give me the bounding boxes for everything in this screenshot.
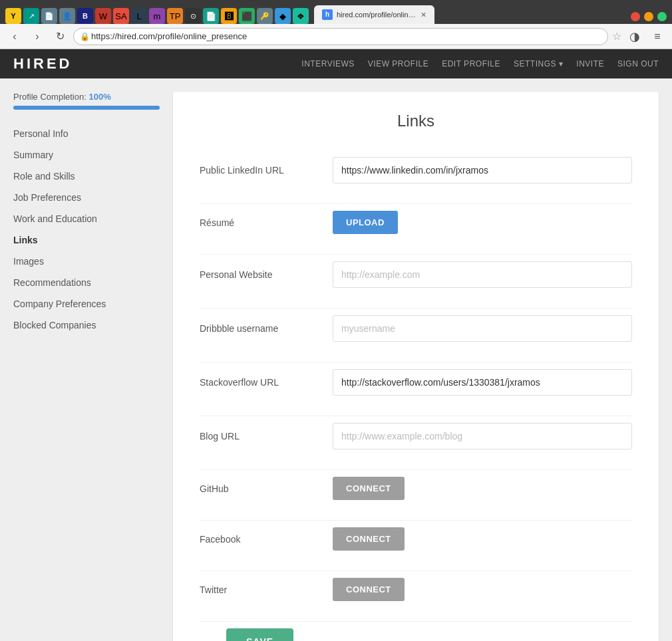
window-minimize[interactable]	[644, 12, 653, 21]
github-connect-button[interactable]: CONNECT	[333, 477, 405, 500]
ext-icon-16[interactable]: ◆	[275, 8, 291, 24]
menu-button[interactable]: ≡	[648, 27, 667, 46]
sidebar-item-work-education[interactable]: Work and Education	[13, 208, 160, 229]
facebook-label: Facebook	[200, 534, 333, 545]
upload-button[interactable]: UPLOAD	[333, 211, 398, 234]
nav-view-profile[interactable]: VIEW PROFILE	[368, 59, 428, 68]
nav-settings[interactable]: SETTINGS ▾	[514, 59, 563, 68]
bookmark-button[interactable]: ☆	[612, 30, 621, 43]
main-content: Links Public LinkedIn URL Résumé UPLOAD …	[173, 92, 659, 641]
resume-row: Résumé UPLOAD	[200, 204, 632, 241]
active-tab[interactable]: h hired.com/profile/online_presence ✕	[314, 5, 434, 24]
ext-icon-13[interactable]: 🅱	[221, 8, 237, 24]
dribbble-label: Dribbble username	[200, 323, 333, 334]
sidebar-nav: Personal Info Summary Role and Skills Jo…	[13, 123, 160, 336]
forward-button[interactable]: ›	[28, 27, 47, 46]
twitter-row: Twitter CONNECT	[200, 571, 632, 608]
ext-icon-11[interactable]: ⊙	[185, 8, 201, 24]
completion-pct: 100%	[88, 92, 110, 102]
ext-icon-2[interactable]: ↗	[23, 8, 39, 24]
nav-interviews[interactable]: INTERVIEWS	[301, 59, 354, 68]
stackoverflow-label: Stackoverflow URL	[200, 377, 333, 388]
linkedin-label: Public LinkedIn URL	[200, 165, 333, 176]
sidebar-item-role-skills[interactable]: Role and Skills	[13, 166, 160, 187]
address-input[interactable]	[73, 28, 608, 45]
ext-icon-3[interactable]: 📄	[41, 8, 57, 24]
facebook-connect-button[interactable]: CONNECT	[333, 527, 405, 551]
ext-icon-12[interactable]: 📄	[203, 8, 219, 24]
ext-icon-4[interactable]: 👤	[59, 8, 75, 24]
nav-logo: HIRED	[13, 55, 72, 72]
nav-links: INTERVIEWS VIEW PROFILE EDIT PROFILE SET…	[301, 59, 659, 68]
github-label: GitHub	[200, 483, 333, 494]
ext-icon-9[interactable]: m	[149, 8, 165, 24]
refresh-button[interactable]: ↻	[51, 27, 69, 46]
sidebar-item-job-preferences[interactable]: Job Preferences	[13, 187, 160, 208]
lock-icon: 🔒	[80, 32, 90, 41]
address-bar-wrap: 🔒	[73, 28, 608, 45]
tab-close-button[interactable]: ✕	[420, 11, 426, 19]
personal-website-row: Personal Website	[200, 255, 632, 295]
github-row: GitHub CONNECT	[200, 470, 632, 507]
page-title: Links	[200, 112, 632, 130]
app-container: HIRED INTERVIEWS VIEW PROFILE EDIT PROFI…	[0, 49, 672, 641]
tab-label: hired.com/profile/online_presence	[337, 11, 417, 19]
ext-icon-5[interactable]: B	[77, 8, 93, 24]
blog-input[interactable]	[333, 423, 632, 449]
resume-label: Résumé	[200, 217, 333, 228]
sidebar-item-personal-info[interactable]: Personal Info	[13, 123, 160, 144]
personal-website-label: Personal Website	[200, 269, 333, 280]
twitter-connect-button[interactable]: CONNECT	[333, 578, 405, 601]
sidebar-item-recommendations[interactable]: Recommendations	[13, 272, 160, 293]
linkedin-row: Public LinkedIn URL	[200, 150, 632, 190]
browser-toolbar: ‹ › ↻ 🔒 ☆ ◑ ≡	[0, 24, 672, 49]
sidebar-item-company-preferences[interactable]: Company Preferences	[13, 293, 160, 315]
sidebar-item-images[interactable]: Images	[13, 251, 160, 272]
browser-window: Y ↗ 📄 👤 B W SA L m TP ⊙ 📄 🅱 ⬛ 🔑 ◆ ❖ h hi…	[0, 0, 672, 49]
twitter-label: Twitter	[200, 584, 333, 595]
ext-icon-1[interactable]: Y	[5, 8, 21, 24]
sidebar-item-blocked-companies[interactable]: Blocked Companies	[13, 315, 160, 336]
profile-completion: Profile Completion: 100%	[13, 92, 160, 110]
progress-bar-fill	[13, 106, 160, 110]
dribbble-input[interactable]	[333, 315, 632, 342]
blog-row: Blog URL	[200, 416, 632, 456]
window-close[interactable]	[631, 12, 640, 21]
nav-sign-out[interactable]: SIGN OUT	[617, 59, 659, 68]
tab-favicon: h	[322, 9, 333, 20]
sidebar: Profile Completion: 100% Personal Info S…	[13, 92, 160, 641]
facebook-row: Facebook CONNECT	[200, 521, 632, 557]
ext-icon-7[interactable]: SA	[113, 8, 129, 24]
blog-label: Blog URL	[200, 431, 333, 442]
ext-icon-8[interactable]: L	[131, 8, 147, 24]
stackoverflow-input[interactable]	[333, 369, 632, 396]
nav-invite[interactable]: INVITE	[576, 59, 604, 68]
stackoverflow-row: Stackoverflow URL	[200, 362, 632, 402]
browser-tabs: Y ↗ 📄 👤 B W SA L m TP ⊙ 📄 🅱 ⬛ 🔑 ◆ ❖ h hi…	[0, 0, 672, 24]
ext-icon-14[interactable]: ⬛	[239, 8, 255, 24]
sidebar-item-links[interactable]: Links	[13, 229, 160, 251]
top-nav: HIRED INTERVIEWS VIEW PROFILE EDIT PROFI…	[0, 49, 672, 78]
back-button[interactable]: ‹	[5, 27, 24, 46]
completion-label: Profile Completion: 100%	[13, 92, 160, 102]
linkedin-input[interactable]	[333, 157, 632, 184]
completion-text: Profile Completion:	[13, 92, 86, 102]
theme-button[interactable]: ◑	[625, 27, 644, 46]
ext-icon-15[interactable]: 🔑	[257, 8, 273, 24]
progress-bar-bg	[13, 106, 160, 110]
dribbble-row: Dribbble username	[200, 309, 632, 348]
ext-icon-17[interactable]: ❖	[293, 8, 309, 24]
personal-website-input[interactable]	[333, 261, 632, 288]
ext-icon-10[interactable]: TP	[167, 8, 183, 24]
ext-icon-6[interactable]: W	[95, 8, 111, 24]
window-maximize[interactable]	[657, 12, 667, 21]
content-area: Profile Completion: 100% Personal Info S…	[0, 78, 672, 641]
nav-edit-profile[interactable]: EDIT PROFILE	[442, 59, 500, 68]
save-button[interactable]: SAVE	[226, 628, 293, 641]
sidebar-item-summary[interactable]: Summary	[13, 144, 160, 166]
